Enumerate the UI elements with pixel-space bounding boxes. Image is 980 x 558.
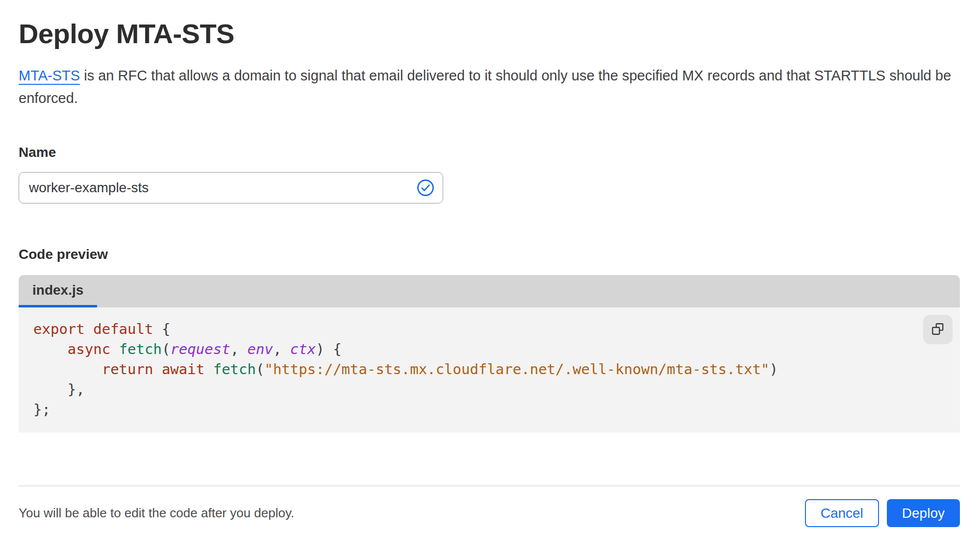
description-text: is an RFC that allows a domain to signal… — [19, 68, 951, 106]
footer: You will be able to edit the code after … — [19, 499, 960, 527]
tab-index-js[interactable]: index.js — [19, 275, 97, 307]
tab-label: index.js — [32, 282, 83, 298]
code-tab-bar: index.js — [19, 275, 960, 307]
code-body: export default { async fetch(request, en… — [19, 307, 960, 432]
deploy-mta-sts-page: Deploy MTA-STS MTA-STS is an RFC that al… — [0, 0, 980, 558]
copy-code-button[interactable] — [923, 315, 953, 344]
code-preview-label: Code preview — [19, 247, 960, 262]
description: MTA-STS is an RFC that allows a domain t… — [19, 64, 955, 109]
name-input[interactable] — [19, 172, 443, 203]
footer-buttons: Cancel Deploy — [805, 499, 960, 527]
copy-icon — [930, 322, 945, 338]
code-line: return await fetch("https://mta-sts.mx.c… — [33, 359, 911, 380]
code-content: export default { async fetch(request, en… — [33, 319, 911, 420]
footer-note: You will be able to edit the code after … — [19, 506, 294, 521]
name-label: Name — [19, 145, 960, 160]
code-line: }, — [33, 380, 911, 400]
code-panel: index.js export default { async fetch(re… — [19, 275, 960, 432]
code-line: export default { — [33, 319, 911, 339]
page-title: Deploy MTA-STS — [19, 18, 960, 50]
check-circle-icon — [416, 178, 435, 198]
code-line: }; — [33, 400, 911, 420]
cancel-button[interactable]: Cancel — [805, 499, 879, 527]
deploy-button[interactable]: Deploy — [887, 499, 960, 527]
name-input-wrap — [19, 172, 443, 203]
code-line: async fetch(request, env, ctx) { — [33, 339, 911, 359]
footer-divider — [19, 485, 960, 486]
mta-sts-link[interactable]: MTA-STS — [19, 68, 80, 83]
